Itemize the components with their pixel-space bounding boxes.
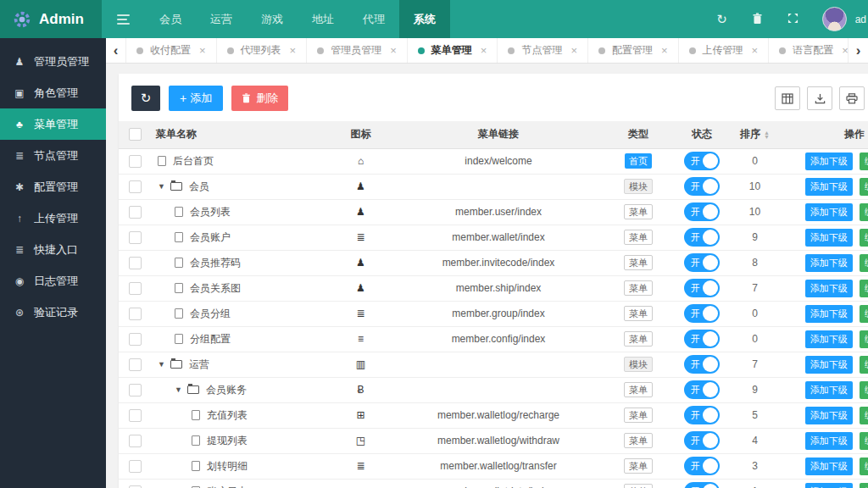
row-checkbox[interactable] [129,308,142,320]
sidebar-collapse-icon[interactable] [102,0,145,38]
sidebar-item-menu-manage[interactable]: ♣ 菜单管理 [0,108,106,140]
edit-button[interactable]: 编辑 [860,432,868,450]
refresh-button[interactable]: ↻ [131,86,160,111]
status-toggle[interactable]: 开 [684,380,720,399]
row-checkbox[interactable] [129,460,142,473]
tab-节点管理[interactable]: 节点管理× [498,38,588,63]
status-toggle[interactable]: 开 [684,177,720,196]
add-child-button[interactable]: 添加下级 [805,458,853,475]
add-child-button[interactable]: 添加下级 [805,280,853,297]
user-avatar[interactable] [822,7,847,31]
tab-close-icon[interactable]: × [570,44,577,57]
status-toggle[interactable]: 开 [684,355,720,374]
fullscreen-icon[interactable] [787,13,800,25]
delete-button[interactable]: 删除 [231,86,288,111]
edit-button[interactable]: 编辑 [860,356,868,374]
tab-scroll-left-icon[interactable]: ‹ [106,38,126,63]
tab-代理列表[interactable]: 代理列表× [217,38,308,63]
tab-scroll-right-icon[interactable]: › [848,38,868,63]
row-checkbox[interactable] [129,231,142,244]
status-toggle[interactable]: 开 [684,406,720,424]
sidebar-item-upload-manage[interactable]: ↑ 上传管理 [0,202,106,234]
add-child-button[interactable]: 添加下级 [805,152,853,170]
add-child-button[interactable]: 添加下级 [805,356,853,374]
status-toggle[interactable]: 开 [684,228,720,247]
tab-close-icon[interactable]: × [752,44,759,57]
tab-close-icon[interactable]: × [199,44,206,57]
caret-down-icon[interactable]: ▼ [158,182,165,191]
tab-配置管理[interactable]: 配置管理× [588,38,679,63]
add-child-button[interactable]: 添加下级 [805,432,853,450]
row-checkbox[interactable] [129,409,142,422]
row-checkbox[interactable] [129,435,142,447]
add-button[interactable]: +添加 [169,86,223,111]
add-child-button[interactable]: 添加下级 [805,229,853,247]
add-child-button[interactable]: 添加下级 [805,381,853,399]
row-checkbox[interactable] [129,333,142,346]
edit-button[interactable]: 编辑 [860,178,868,196]
row-checkbox[interactable] [129,485,142,488]
print-button[interactable] [839,86,865,110]
status-toggle[interactable]: 开 [684,152,720,170]
row-checkbox[interactable] [129,384,142,396]
row-checkbox[interactable] [129,180,142,193]
add-child-button[interactable]: 添加下级 [805,483,853,488]
edit-button[interactable]: 编辑 [860,483,868,488]
export-button[interactable] [807,86,832,110]
add-child-button[interactable]: 添加下级 [805,305,853,323]
tab-close-icon[interactable]: × [290,44,297,57]
status-toggle[interactable]: 开 [684,253,720,272]
status-toggle[interactable]: 开 [684,202,720,221]
tab-上传管理[interactable]: 上传管理× [679,38,770,63]
refresh-icon[interactable]: ↻ [715,13,729,25]
row-checkbox[interactable] [129,155,142,168]
add-child-button[interactable]: 添加下级 [805,330,853,348]
sidebar-item-verify-record[interactable]: ⊛ 验证记录 [0,297,106,328]
edit-button[interactable]: 编辑 [860,229,868,247]
tab-管理员管理[interactable]: 管理员管理× [307,38,408,63]
select-all-checkbox[interactable] [129,128,142,141]
edit-button[interactable]: 编辑 [860,330,868,348]
caret-down-icon[interactable]: ▼ [158,360,165,369]
add-child-button[interactable]: 添加下级 [805,407,853,424]
nav-item-operation[interactable]: 运营 [196,0,247,38]
tab-close-icon[interactable]: × [842,44,848,57]
nav-item-address[interactable]: 地址 [298,0,348,38]
tab-菜单管理[interactable]: 菜单管理× [408,38,498,63]
tab-语言配置[interactable]: 语言配置× [769,38,848,63]
status-toggle[interactable]: 开 [684,457,720,475]
edit-button[interactable]: 编辑 [860,152,868,170]
tab-close-icon[interactable]: × [661,44,668,57]
status-toggle[interactable]: 开 [684,482,720,488]
edit-button[interactable]: 编辑 [860,305,868,323]
add-child-button[interactable]: 添加下级 [805,178,853,196]
row-checkbox[interactable] [129,358,142,371]
row-checkbox[interactable] [129,282,142,295]
sidebar-item-admin-manage[interactable]: ♟ 管理员管理 [0,46,106,77]
row-checkbox[interactable] [129,206,142,219]
tab-close-icon[interactable]: × [481,44,487,57]
add-child-button[interactable]: 添加下级 [805,254,853,272]
nav-item-member[interactable]: 会员 [145,0,196,38]
edit-button[interactable]: 编辑 [860,381,868,399]
row-checkbox[interactable] [129,257,142,269]
edit-button[interactable]: 编辑 [860,458,868,475]
sidebar-item-role-manage[interactable]: ▣ 角色管理 [0,77,106,108]
clear-cache-trash-icon[interactable] [751,13,765,26]
caret-down-icon[interactable]: ▼ [175,385,182,394]
edit-button[interactable]: 编辑 [860,407,868,424]
status-toggle[interactable]: 开 [684,304,720,323]
add-child-button[interactable]: 添加下级 [805,203,853,221]
app-logo[interactable]: Admin [0,0,102,38]
edit-button[interactable]: 编辑 [860,280,868,297]
nav-item-agent[interactable]: 代理 [348,0,399,38]
sidebar-item-quick-entry[interactable]: ≣ 快捷入口 [0,234,106,265]
edit-button[interactable]: 编辑 [860,203,868,221]
tab-close-icon[interactable]: × [390,44,397,57]
sidebar-item-node-manage[interactable]: ≣ 节点管理 [0,140,106,171]
sidebar-item-config-manage[interactable]: ✱ 配置管理 [0,171,106,202]
header-sort[interactable]: 排序▲▼ [727,121,782,148]
edit-button[interactable]: 编辑 [860,254,868,272]
status-toggle[interactable]: 开 [684,279,720,297]
status-toggle[interactable]: 开 [684,330,720,348]
